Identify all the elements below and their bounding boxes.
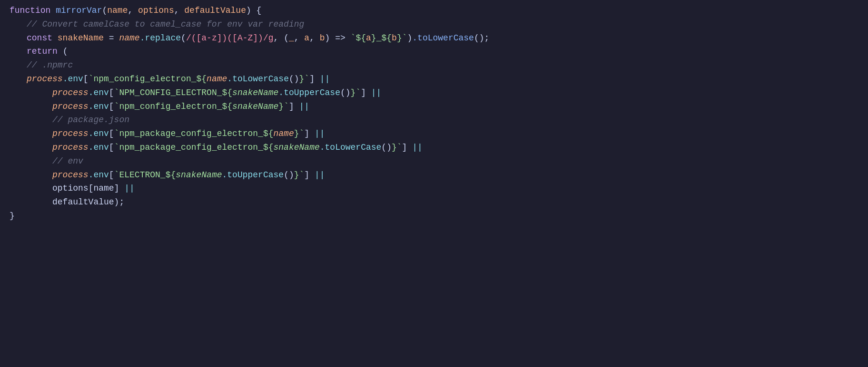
code-line-14: options[name] ||	[0, 182, 868, 195]
code-line-9: // package.json	[0, 113, 868, 127]
var-snakename: snakeName	[58, 31, 104, 45]
code-editor: function mirrorVar(name, options, defaul…	[0, 0, 868, 367]
param-name: name	[107, 4, 128, 18]
code-line-7: process.env[`NPM_CONFIG_ELECTRON_${snake…	[0, 86, 868, 100]
default-value: defaultValue);	[52, 195, 124, 209]
comment-npmrc: // .npmrc	[27, 58, 73, 72]
keyword-return: return	[27, 45, 63, 58]
obj-process-5: process	[52, 141, 89, 155]
closing-brace: }	[10, 209, 15, 223]
code-line-3: const snakeName = name.replace(/([a-z])(…	[0, 31, 868, 45]
comment-convert: // Convert camelCase to camel_case for e…	[27, 18, 304, 31]
obj-process-6: process	[52, 168, 89, 182]
param-defaultvalue: defaultValue	[184, 4, 246, 18]
obj-process-4: process	[52, 127, 89, 141]
comment-env: // env	[52, 155, 83, 168]
code-line-2: // Convert camelCase to camel_case for e…	[0, 18, 868, 31]
options-name: options	[52, 182, 89, 195]
var-name-ref: name	[119, 31, 139, 45]
keyword-function: function	[10, 4, 56, 18]
code-line-10: process.env[`npm_package_config_electron…	[0, 127, 868, 141]
code-line-8: process.env[`npm_config_electron_${snake…	[0, 100, 868, 114]
code-line-11: process.env[`npm_package_config_electron…	[0, 141, 868, 155]
code-line-6: process.env[`npm_config_electron_${name.…	[0, 72, 868, 86]
code-line-15: defaultValue);	[0, 195, 868, 209]
code-line-12: // env	[0, 155, 868, 168]
code-line-16: }	[0, 209, 868, 223]
code-line-1: function mirrorVar(name, options, defaul…	[0, 4, 868, 18]
comment-packagejson: // package.json	[52, 113, 129, 127]
obj-process-1: process	[27, 72, 63, 86]
function-name: mirrorVar	[56, 4, 102, 18]
param-options: options	[138, 4, 174, 18]
regex: /([a-z])([A-Z])/g	[186, 31, 274, 45]
obj-process-3: process	[52, 100, 89, 114]
obj-process-2: process	[52, 86, 89, 100]
code-line-13: process.env[`ELECTRON_${snakeName.toUppe…	[0, 168, 868, 182]
code-line-5: // .npmrc	[0, 58, 868, 72]
code-line-4: return (	[0, 45, 868, 58]
